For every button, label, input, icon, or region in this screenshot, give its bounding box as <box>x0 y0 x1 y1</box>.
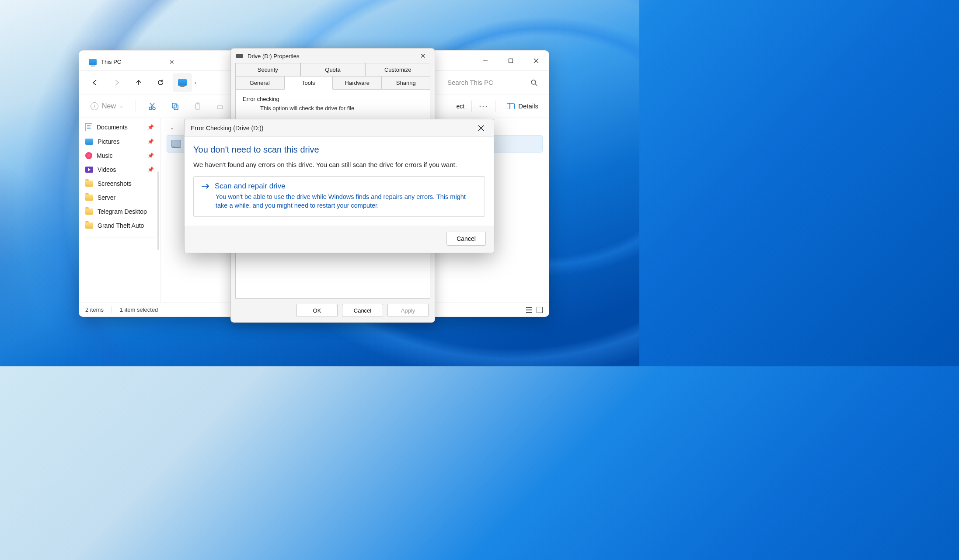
svg-rect-12 <box>195 104 200 109</box>
folder-icon <box>85 209 93 215</box>
search-placeholder: Search This PC <box>447 79 493 86</box>
details-view-button[interactable] <box>526 307 532 313</box>
new-button[interactable]: + New ⌄ <box>85 100 129 113</box>
sidebar-item-label: Documents <box>97 124 128 131</box>
pictures-icon <box>85 139 93 145</box>
view-mode-controls <box>526 307 543 313</box>
scan-and-repair-option[interactable]: Scan and repair drive You won't be able … <box>193 176 485 217</box>
sidebar-item-label: Grand Theft Auto <box>98 222 144 229</box>
maximize-button[interactable] <box>498 51 523 71</box>
divider <box>136 101 136 112</box>
pin-icon: 📌 <box>147 124 154 130</box>
details-pane-icon <box>507 103 515 109</box>
tab-customize[interactable]: Customize <box>365 63 430 77</box>
back-button[interactable] <box>85 73 105 92</box>
refresh-button[interactable] <box>151 73 170 92</box>
svg-point-6 <box>149 107 152 110</box>
sidebar-item-label: Music <box>97 152 113 159</box>
paste-button[interactable] <box>188 97 207 115</box>
forward-button[interactable] <box>107 73 126 92</box>
svg-point-4 <box>531 80 536 84</box>
chevron-down-icon: ⌄ <box>119 103 123 109</box>
tab-title: This PC <box>101 59 121 65</box>
divider <box>471 101 472 112</box>
properties-title: Drive (D:) Properties <box>248 53 299 59</box>
folder-icon <box>85 223 93 229</box>
sidebar-item-pictures[interactable]: Pictures 📌 <box>79 135 160 149</box>
sidebar-item-gta[interactable]: Grand Theft Auto <box>79 219 160 233</box>
sidebar-item-telegram[interactable]: Telegram Desktop <box>79 205 160 219</box>
navigation-sidebar: Documents 📌 Pictures 📌 Music 📌 Videos 📌 <box>79 118 160 303</box>
error-checking-description: This option will check the drive for fil… <box>243 105 423 111</box>
properties-apply-button[interactable]: Apply <box>387 304 429 317</box>
copy-button[interactable] <box>166 97 184 115</box>
properties-close-button[interactable]: ✕ <box>417 50 429 62</box>
explorer-tab[interactable]: This PC ✕ <box>87 55 181 69</box>
svg-point-7 <box>153 107 155 110</box>
error-dialog-heading: You don't need to scan this drive <box>193 145 485 155</box>
divider <box>495 101 495 112</box>
error-dialog-cancel-button[interactable]: Cancel <box>446 232 486 246</box>
search-box[interactable]: Search This PC <box>442 75 543 90</box>
folder-icon <box>85 195 93 201</box>
search-icon[interactable] <box>530 79 537 86</box>
breadcrumb-this-pc[interactable] <box>173 73 192 92</box>
divider <box>112 306 112 313</box>
chevron-down-icon: ⌄ <box>170 125 174 131</box>
sidebar-item-server[interactable]: Server <box>79 191 160 205</box>
scan-repair-description: You won't be able to use the drive while… <box>201 192 478 210</box>
sidebar-item-label: Telegram Desktop <box>98 208 147 215</box>
tab-general[interactable]: General <box>235 76 284 90</box>
pin-icon: 📌 <box>147 139 154 145</box>
pin-icon: 📌 <box>147 167 154 173</box>
error-dialog-message: We haven't found any errors on this driv… <box>193 161 485 168</box>
tab-close-button[interactable]: ✕ <box>169 59 174 66</box>
error-dialog-titlebar: Error Checking (Drive (D:)) <box>185 119 494 137</box>
properties-tabs: Security Quota Customize <box>231 63 435 77</box>
error-dialog-title: Error Checking (Drive (D:)) <box>191 125 263 132</box>
sidebar-item-label: Pictures <box>98 138 120 145</box>
documents-icon <box>85 123 92 131</box>
sidebar-scrollbar[interactable] <box>157 171 159 250</box>
this-pc-icon <box>89 59 97 65</box>
sidebar-item-documents[interactable]: Documents 📌 <box>79 120 160 135</box>
sidebar-item-videos[interactable]: Videos 📌 <box>79 163 160 177</box>
error-dialog-close-button[interactable] <box>474 123 488 133</box>
eject-button[interactable]: ect <box>456 103 464 110</box>
music-icon <box>85 152 92 159</box>
rename-button[interactable] <box>211 97 230 115</box>
svg-rect-14 <box>217 106 223 109</box>
up-button[interactable] <box>129 73 148 92</box>
cut-button[interactable] <box>143 97 161 115</box>
scan-repair-title: Scan and repair drive <box>215 182 286 191</box>
videos-icon <box>85 167 93 173</box>
error-checking-section-title: Error checking <box>243 96 423 102</box>
tab-hardware[interactable]: Hardware <box>333 76 382 90</box>
tab-security[interactable]: Security <box>235 63 300 77</box>
status-selection: 1 item selected <box>120 306 158 313</box>
error-dialog-body: You don't need to scan this drive We hav… <box>185 137 494 226</box>
tab-tools[interactable]: Tools <box>284 76 333 90</box>
svg-line-5 <box>535 84 537 86</box>
sidebar-item-label: Videos <box>98 166 116 173</box>
tab-sharing[interactable]: Sharing <box>382 76 431 90</box>
chevron-right-icon[interactable]: › <box>195 80 196 86</box>
sidebar-item-screenshots[interactable]: Screenshots <box>79 177 160 191</box>
icons-view-button[interactable] <box>537 307 543 313</box>
drive-icon <box>171 140 181 148</box>
details-pane-button[interactable]: Details <box>502 100 543 112</box>
sidebar-item-music[interactable]: Music 📌 <box>79 149 160 163</box>
plus-circle-icon: + <box>91 102 98 110</box>
details-label: Details <box>518 102 538 110</box>
this-pc-icon <box>178 79 187 86</box>
properties-cancel-button[interactable]: Cancel <box>342 304 383 317</box>
properties-tabs-row2: General Tools Hardware Sharing <box>231 77 435 90</box>
close-window-button[interactable] <box>523 51 549 71</box>
more-button[interactable]: ··· <box>479 101 488 111</box>
properties-ok-button[interactable]: OK <box>296 304 338 317</box>
new-label: New <box>102 102 116 110</box>
sidebar-item-label: Screenshots <box>98 180 132 187</box>
tab-quota[interactable]: Quota <box>300 63 366 77</box>
error-checking-dialog: Error Checking (Drive (D:)) You don't ne… <box>184 119 494 253</box>
minimize-button[interactable] <box>473 51 498 71</box>
